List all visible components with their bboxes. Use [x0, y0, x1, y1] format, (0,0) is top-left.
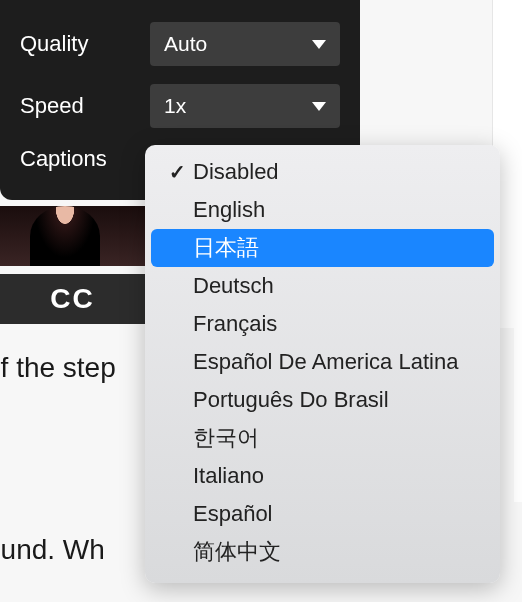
quality-label: Quality	[20, 31, 88, 57]
video-thumbnail	[0, 206, 145, 266]
captions-language-menu: ✓DisabledEnglish日本語DeutschFrançaisEspaño…	[145, 145, 500, 583]
quality-value: Auto	[164, 32, 207, 56]
page-body-text-fragment-1: of the step	[0, 352, 116, 384]
speed-row: Speed 1x	[20, 84, 340, 128]
caption-option-label: Español De America Latina	[193, 349, 458, 375]
caption-option-label: Português Do Brasil	[193, 387, 389, 413]
page-body-text-fragment-2: ound. Wh	[0, 534, 105, 566]
cc-badge-bar: CC	[0, 270, 145, 324]
caption-option[interactable]: Español De America Latina	[151, 343, 494, 381]
caption-option-label: Español	[193, 501, 273, 527]
caption-option[interactable]: Deutsch	[151, 267, 494, 305]
quality-row: Quality Auto	[20, 22, 340, 66]
caption-option[interactable]: 日本語	[151, 229, 494, 267]
check-icon: ✓	[169, 160, 186, 184]
caption-option[interactable]: English	[151, 191, 494, 229]
quality-dropdown[interactable]: Auto	[150, 22, 340, 66]
caption-option-label: Deutsch	[193, 273, 274, 299]
caption-option-label: Italiano	[193, 463, 264, 489]
caption-option-label: 简体中文	[193, 537, 281, 567]
caption-option[interactable]: 简体中文	[151, 533, 494, 571]
cc-badge-text: CC	[50, 283, 94, 315]
speed-value: 1x	[164, 94, 186, 118]
caption-option[interactable]: Português Do Brasil	[151, 381, 494, 419]
caption-option[interactable]: Français	[151, 305, 494, 343]
caption-option[interactable]: ✓Disabled	[151, 153, 494, 191]
caption-option-label: English	[193, 197, 265, 223]
caption-option[interactable]: Italiano	[151, 457, 494, 495]
captions-label: Captions	[20, 146, 107, 172]
video-person-silhouette	[30, 206, 100, 266]
chevron-down-icon	[312, 40, 326, 49]
caption-option-label: Disabled	[193, 159, 279, 185]
right-sidebar-stub-2	[514, 182, 522, 502]
speed-dropdown[interactable]: 1x	[150, 84, 340, 128]
caption-option[interactable]: Español	[151, 495, 494, 533]
caption-option-label: 한국어	[193, 423, 259, 453]
caption-option[interactable]: 한국어	[151, 419, 494, 457]
check-column: ✓	[167, 160, 187, 184]
caption-option-label: Français	[193, 311, 277, 337]
caption-option-label: 日本語	[193, 233, 259, 263]
chevron-down-icon	[312, 102, 326, 111]
speed-label: Speed	[20, 93, 84, 119]
